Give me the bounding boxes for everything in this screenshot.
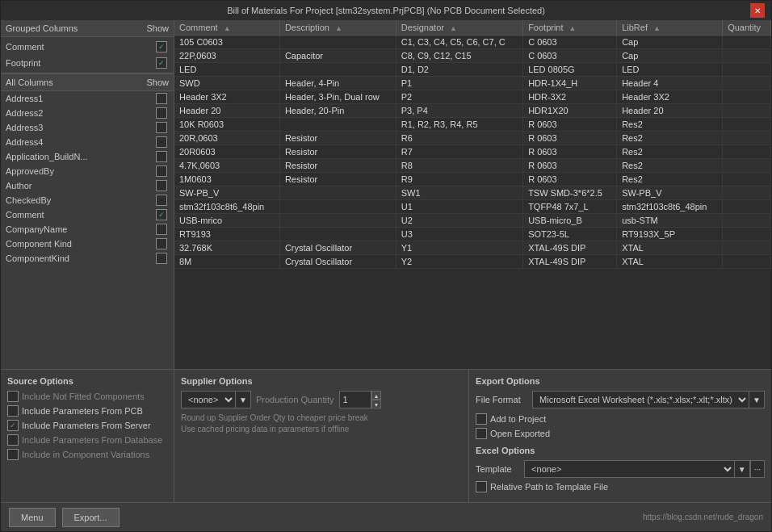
table-cell-comment: 32.768K bbox=[174, 241, 279, 255]
from-database-checkbox[interactable] bbox=[7, 434, 19, 446]
qty-up-btn[interactable]: ▲ bbox=[371, 391, 382, 400]
add-to-project-checkbox[interactable] bbox=[476, 413, 487, 425]
table-header-row: Comment ▲ Description ▲ Designator ▲ Foo… bbox=[174, 20, 771, 36]
table-cell-libref: Cap bbox=[617, 36, 723, 49]
qty-spinner[interactable]: ▲ ▼ bbox=[371, 391, 382, 408]
table-cell-quantity bbox=[723, 200, 771, 214]
table-cell-footprint: SOT23-5L bbox=[523, 228, 617, 241]
table-cell-libref: Res2 bbox=[617, 145, 723, 159]
table-cell-designator: R9 bbox=[396, 173, 522, 186]
variations-label: Include in Component Variations bbox=[22, 450, 149, 459]
file-format-dropdown-btn[interactable]: ▼ bbox=[749, 391, 765, 408]
table-cell-libref: Header 20 bbox=[617, 104, 723, 118]
relative-path-checkbox[interactable] bbox=[476, 481, 487, 492]
grouped-item: Comment bbox=[1, 39, 174, 55]
template-dropdown-btn[interactable]: ▼ bbox=[735, 460, 750, 478]
table-row: Header 3X2Header, 3-Pin, Dual rowP2HDR-3… bbox=[174, 90, 771, 104]
col-item-checkbox[interactable] bbox=[156, 107, 167, 119]
footer-url: https://blog.csdn.net/rude_dragon bbox=[643, 513, 763, 522]
table-cell-description: Crystal Oscillator bbox=[279, 255, 396, 269]
table-cell-libref: Res2 bbox=[617, 132, 723, 145]
table-row: SWDHeader, 4-PinP1HDR-1X4_HHeader 4 bbox=[174, 77, 771, 90]
open-exported-checkbox[interactable] bbox=[476, 428, 487, 439]
col-item-checkbox[interactable] bbox=[156, 238, 167, 249]
title-bar: Bill of Materials For Project [stm32syst… bbox=[1, 1, 771, 20]
col-item-checkbox[interactable] bbox=[156, 151, 167, 162]
table-cell-comment: 20R,0603 bbox=[174, 132, 279, 145]
close-button[interactable]: ✕ bbox=[750, 3, 765, 18]
list-item: Address2 bbox=[1, 106, 174, 120]
supplier-dropdown-btn[interactable]: ▼ bbox=[236, 391, 251, 408]
export-options-panel: Export Options File Format Microsoft Exc… bbox=[469, 370, 771, 502]
from-pcb-checkbox[interactable] bbox=[7, 405, 19, 417]
table-cell-description: Header, 3-Pin, Dual row bbox=[279, 90, 396, 104]
from-server-checkbox[interactable] bbox=[7, 420, 19, 431]
supplier-select[interactable]: <none> bbox=[181, 391, 236, 408]
col-item-checkbox[interactable] bbox=[156, 136, 167, 148]
template-select[interactable]: <none> bbox=[524, 460, 735, 478]
col-item-checkbox[interactable] bbox=[156, 122, 167, 133]
table-row: USB-mricoU2USB-micro_Busb-STM bbox=[174, 214, 771, 228]
all-columns-list[interactable]: Address1 Address2 Address3 Address4 bbox=[1, 91, 174, 369]
col-item-checkbox[interactable] bbox=[156, 165, 167, 177]
option-row-variations: Include in Component Variations bbox=[7, 449, 167, 460]
grouped-item-checkbox[interactable] bbox=[156, 41, 167, 52]
footer-buttons: Menu Export... bbox=[9, 508, 120, 527]
main-content: Grouped Columns Show Comment Footprint bbox=[1, 20, 771, 369]
main-window: Bill of Materials For Project [stm32syst… bbox=[0, 0, 772, 532]
table-cell-quantity bbox=[723, 118, 771, 132]
table-cell-comment: USB-mrico bbox=[174, 214, 279, 228]
grouped-item: Footprint bbox=[1, 55, 174, 71]
table-cell-quantity bbox=[723, 159, 771, 173]
col-item-checkbox[interactable] bbox=[156, 93, 167, 104]
file-format-row: File Format Microsoft Excel Worksheet (*… bbox=[476, 391, 765, 408]
col-item-checkbox[interactable] bbox=[156, 224, 167, 235]
table-cell-designator: R1, R2, R3, R4, R5 bbox=[396, 118, 522, 132]
table-cell-footprint: HDR1X20 bbox=[523, 104, 617, 118]
table-cell-quantity bbox=[723, 145, 771, 159]
bom-table: Comment ▲ Description ▲ Designator ▲ Foo… bbox=[174, 20, 771, 269]
table-row: 22P,0603CapacitorC8, C9, C12, C15C 0603C… bbox=[174, 49, 771, 63]
table-cell-description: Header, 4-Pin bbox=[279, 77, 396, 90]
grouped-item-label: Footprint bbox=[6, 58, 40, 68]
table-cell-footprint: HDR-3X2 bbox=[523, 90, 617, 104]
template-more-btn[interactable]: ··· bbox=[750, 460, 765, 478]
excel-options: Excel Options Template <none> ▼ ··· Rela… bbox=[476, 446, 765, 492]
table-cell-comment: 20R0603 bbox=[174, 145, 279, 159]
option-row-from-pcb: Include Parameters From PCB bbox=[7, 405, 167, 417]
not-fitted-checkbox[interactable] bbox=[7, 391, 19, 402]
supplier-options-panel: Supplier Options <none> ▼ Production Qua… bbox=[174, 370, 469, 502]
col-item-checkbox[interactable] bbox=[156, 209, 167, 220]
export-options-title: Export Options bbox=[476, 376, 765, 386]
note1: Round up Supplier Order Qty to cheaper p… bbox=[181, 413, 462, 422]
production-qty-input[interactable] bbox=[339, 391, 371, 408]
export-button[interactable]: Export... bbox=[62, 508, 120, 527]
variations-checkbox[interactable] bbox=[7, 449, 19, 460]
grouped-columns-label: Grouped Columns bbox=[6, 23, 78, 33]
grouped-item-checkbox[interactable] bbox=[156, 57, 167, 69]
table-cell-designator: C8, C9, C12, C15 bbox=[396, 49, 522, 63]
supplier-row: <none> ▼ Production Quantity ▲ ▼ bbox=[181, 391, 462, 408]
col-item-checkbox[interactable] bbox=[156, 195, 167, 206]
table-cell-designator: U2 bbox=[396, 214, 522, 228]
table-cell-libref: stm32f103c8t6_48pin bbox=[617, 200, 723, 214]
table-cell-quantity bbox=[723, 241, 771, 255]
option-row-from-server: Include Parameters From Server bbox=[7, 420, 167, 431]
menu-button[interactable]: Menu bbox=[9, 508, 56, 527]
table-cell-libref: XTAL bbox=[617, 255, 723, 269]
table-cell-libref: usb-STM bbox=[617, 214, 723, 228]
bom-table-container[interactable]: Comment ▲ Description ▲ Designator ▲ Foo… bbox=[174, 20, 771, 369]
table-row: 105 C0603C1, C3, C4, C5, C6, C7, CC 0603… bbox=[174, 36, 771, 49]
qty-down-btn[interactable]: ▼ bbox=[371, 400, 382, 408]
col-item-checkbox[interactable] bbox=[156, 180, 167, 191]
open-exported-row: Open Exported bbox=[476, 428, 765, 439]
table-cell-description: Resistor bbox=[279, 159, 396, 173]
col-header-libref: LibRef ▲ bbox=[617, 20, 723, 36]
file-format-select[interactable]: Microsoft Excel Worksheet (*.xls;*.xlsx;… bbox=[532, 391, 749, 408]
table-cell-designator: U3 bbox=[396, 228, 522, 241]
table-cell-quantity bbox=[723, 104, 771, 118]
table-cell-description bbox=[279, 118, 396, 132]
table-cell-footprint: R 0603 bbox=[523, 159, 617, 173]
col-item-checkbox[interactable] bbox=[156, 253, 167, 264]
table-cell-comment: 10K R0603 bbox=[174, 118, 279, 132]
